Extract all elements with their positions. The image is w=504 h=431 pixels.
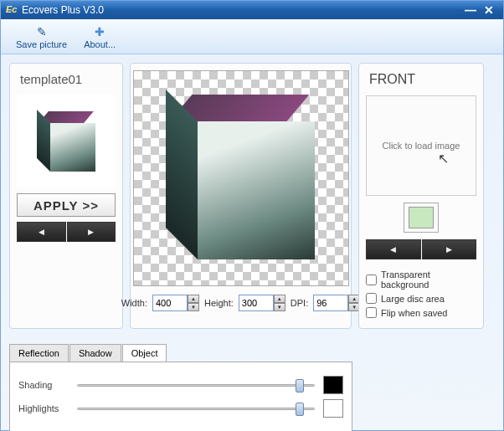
titlebar: Ec Ecovers Plus V3.0 — ✕ [1,1,503,19]
dpi-label: DPI: [291,298,308,308]
template-panel: template01 APPLY >> ◀ ▶ [9,63,123,329]
apply-button[interactable]: APPLY >> [17,193,116,217]
height-down[interactable]: ▼ [274,303,285,311]
height-up[interactable]: ▲ [274,295,285,303]
about-label: About... [84,39,116,49]
shading-slider[interactable] [77,377,315,393]
width-label: Width: [121,298,147,308]
save-picture-label: Save picture [16,39,67,49]
template-preview [17,95,116,188]
tab-body-object: Shading Highlights [9,362,352,431]
height-label: Height: [204,298,234,308]
width-input[interactable] [152,295,188,311]
load-image-dropzone[interactable]: Click to load image ↖ [366,95,476,196]
save-picture-button[interactable]: ✎ Save picture [8,23,75,51]
transparent-bg-option[interactable]: Transparent background [366,269,476,290]
shading-color-swatch[interactable] [323,376,343,394]
height-input[interactable] [239,295,274,311]
front-title: FRONT [366,70,476,89]
window-title: Ecovers Plus V3.0 [22,4,461,16]
load-image-text: Click to load image [383,141,460,151]
canvas[interactable] [133,70,349,286]
flip-saved-option[interactable]: Flip when saved [366,307,476,318]
transparent-bg-checkbox[interactable] [366,275,377,285]
highlights-slider[interactable] [77,401,315,416]
tabs: Reflection Shadow Object [9,344,495,362]
template-name: template01 [17,70,116,88]
highlights-label: Highlights [18,403,69,413]
dimension-controls: Width: ▲▼ Height: ▲▼ DPI: ▲▼ [121,295,360,311]
face-prev-button[interactable]: ◀ [366,239,421,259]
face-next-button[interactable]: ▶ [422,239,477,259]
about-button[interactable]: ✚ About... [75,23,124,51]
flip-saved-label: Flip when saved [381,308,448,318]
tab-object[interactable]: Object [122,344,167,362]
close-button[interactable]: ✕ [480,3,498,18]
color-swatch-preview [409,207,434,228]
width-down[interactable]: ▼ [188,303,199,311]
color-swatch-button[interactable] [404,203,439,233]
dpi-input[interactable] [313,295,348,311]
highlights-slider-thumb[interactable] [296,403,304,416]
tab-reflection[interactable]: Reflection [9,344,69,362]
large-disc-option[interactable]: Large disc area [366,293,476,304]
canvas-panel: Width: ▲▼ Height: ▲▼ DPI: ▲▼ [130,63,352,329]
template-next-button[interactable]: ▶ [67,222,116,242]
toolbar: ✎ Save picture ✚ About... [1,19,503,54]
flip-saved-checkbox[interactable] [366,307,377,318]
shading-label: Shading [18,380,69,390]
minimize-button[interactable]: — [461,3,480,18]
highlights-color-swatch[interactable] [323,399,343,418]
cursor-icon: ↖ [438,151,449,167]
template-thumb-box [37,111,95,172]
large-disc-label: Large disc area [381,294,445,304]
tab-shadow[interactable]: Shadow [69,344,121,362]
transparent-bg-label: Transparent background [381,269,476,290]
canvas-box-render [166,95,316,262]
plus-icon: ✚ [95,24,105,39]
large-disc-checkbox[interactable] [366,293,377,304]
template-prev-button[interactable]: ◀ [17,222,66,242]
app-icon: Ec [6,4,18,16]
pencil-icon: ✎ [37,24,47,39]
width-up[interactable]: ▲ [188,295,199,303]
shading-slider-thumb[interactable] [296,379,304,393]
front-panel: FRONT Click to load image ↖ ◀ ▶ Transpar… [358,63,484,329]
